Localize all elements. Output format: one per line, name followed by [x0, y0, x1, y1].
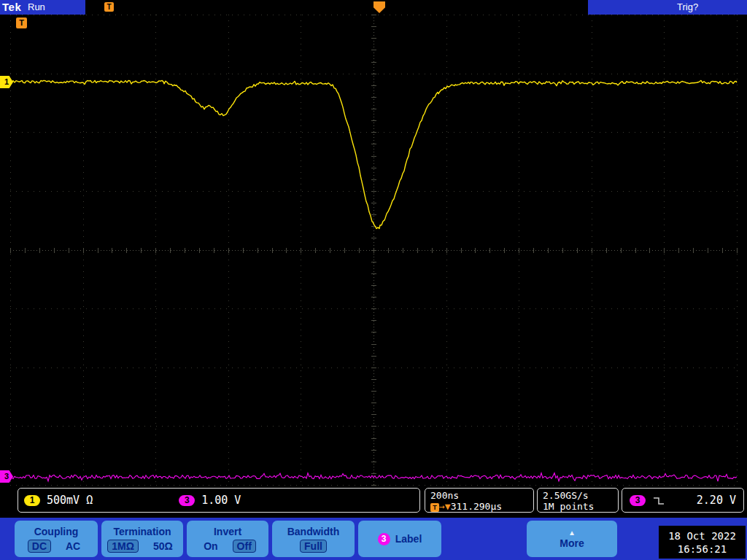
grid-tick — [371, 462, 376, 462]
grid-tick — [371, 132, 376, 133]
grid-tick — [371, 156, 376, 157]
grid-tick — [432, 248, 433, 253]
grid-tick — [562, 248, 563, 253]
grid-tick — [461, 248, 462, 253]
grid-tick — [371, 97, 376, 98]
grid-tick — [664, 248, 665, 253]
grid-tick — [504, 248, 505, 253]
grid-tick — [533, 248, 534, 253]
channel1-position-marker[interactable]: 1 — [0, 76, 13, 88]
timebase-readout[interactable]: 200ns T→▼311.290µs — [425, 488, 534, 513]
grid-tick — [371, 438, 376, 439]
grid-tick — [446, 248, 447, 253]
grid-tick — [371, 297, 376, 298]
grid-tick — [592, 248, 592, 253]
grid-tick — [83, 248, 84, 253]
acquisition-readout[interactable]: 2.50GS/s 1M points — [537, 488, 619, 513]
more-button-text: More — [560, 537, 584, 549]
grid-tick — [214, 248, 214, 253]
trigger-slope-icon — [653, 496, 665, 505]
bandwidth-button[interactable]: Bandwidth Full — [272, 521, 355, 557]
grid-tick — [371, 62, 376, 63]
grid-tick — [170, 248, 171, 253]
grid-tick — [199, 248, 200, 253]
trigger-t-icon: T — [430, 503, 439, 512]
bandwidth-full-option[interactable]: Full — [300, 540, 327, 553]
oscilloscope-screen: Tek Run T Trig? T 1 3 1 500mV Ω 3 1.00 V… — [0, 0, 747, 560]
grid-tick — [678, 248, 679, 253]
channel1-scale: 500mV Ω — [47, 494, 93, 507]
channel3-badge: 3 — [378, 533, 390, 545]
grid-tick — [39, 248, 40, 253]
grid-tick — [69, 248, 69, 253]
grid-tick — [286, 248, 287, 253]
grid-tick — [371, 344, 376, 345]
acquisition-status: Run — [28, 1, 45, 12]
invert-button[interactable]: Invert On Off — [187, 521, 268, 557]
grid-tick — [258, 248, 258, 253]
label-button-text: Label — [395, 533, 422, 545]
grid-tick — [371, 320, 376, 321]
grid-tick — [388, 248, 389, 253]
grid-tick — [371, 226, 376, 227]
datetime-display: 18 Oct 2022 16:56:21 — [659, 526, 746, 559]
grid-tick — [621, 248, 622, 253]
termination-50ohm-option[interactable]: 50Ω — [149, 540, 177, 553]
arrow-right-icon: → — [439, 501, 445, 512]
grid-tick — [577, 248, 578, 253]
grid-tick — [371, 332, 376, 332]
label-button[interactable]: 3 Label — [358, 521, 441, 557]
trigger-status: Trig? — [677, 1, 698, 12]
grid-tick — [371, 50, 376, 50]
grid-tick — [112, 248, 112, 253]
grid-tick — [371, 144, 376, 144]
grid-tick — [371, 179, 376, 180]
grid-tick — [374, 248, 374, 253]
trigger-readout[interactable]: 3 2.20 V — [622, 488, 744, 513]
invert-on-option[interactable]: On — [199, 540, 222, 553]
grid-tick — [548, 248, 549, 253]
trigger-position-readout: T→▼311.290µs — [430, 501, 528, 512]
termination-1mohm-option[interactable]: 1MΩ — [107, 540, 139, 553]
invert-off-option[interactable]: Off — [233, 540, 256, 553]
coupling-button[interactable]: Coupling DC AC — [15, 521, 98, 557]
grid-tick — [708, 248, 708, 253]
grid-tick — [228, 248, 229, 253]
grid-tick — [722, 248, 723, 253]
grid-tick — [371, 15, 376, 15]
termination-button[interactable]: Termination 1MΩ 50Ω — [101, 521, 183, 557]
time-text: 16:56:21 — [678, 542, 727, 556]
grid-tick — [371, 356, 376, 357]
grid-tick — [519, 248, 519, 253]
grid-tick — [185, 248, 185, 253]
grid-tick — [403, 248, 403, 253]
grid-tick — [371, 414, 376, 415]
grid-tick — [649, 248, 650, 253]
coupling-ac-option[interactable]: AC — [61, 540, 85, 553]
invert-label: Invert — [214, 526, 241, 537]
grid-tick — [371, 120, 376, 121]
grid-tick — [243, 248, 244, 253]
grid-tick — [371, 238, 376, 238]
arrow-down-icon: ▼ — [445, 501, 451, 512]
grid-tick — [371, 426, 376, 427]
grid-tick — [371, 262, 376, 262]
channel3-position-marker[interactable]: 3 — [0, 470, 13, 483]
grid-tick — [126, 248, 127, 253]
trigger-source-badge: T — [16, 18, 27, 28]
grid-tick — [371, 379, 376, 380]
channel3-scale: 1.00 V — [201, 494, 241, 507]
grid-tick — [330, 248, 330, 253]
coupling-dc-option[interactable]: DC — [28, 540, 51, 553]
grid-tick — [315, 248, 316, 253]
grid-tick — [371, 214, 376, 215]
grid-tick — [489, 248, 490, 253]
grid-tick — [606, 248, 607, 253]
grid-tick — [371, 285, 376, 286]
trigger-channel-badge: 3 — [630, 495, 646, 506]
trigger-level-value: 2.20 V — [697, 494, 736, 507]
channel-scale-readout[interactable]: 1 500mV Ω 3 1.00 V — [18, 488, 420, 513]
grid-tick — [371, 203, 376, 203]
more-button[interactable]: ▲ More — [527, 521, 617, 557]
grid-tick — [371, 485, 376, 486]
